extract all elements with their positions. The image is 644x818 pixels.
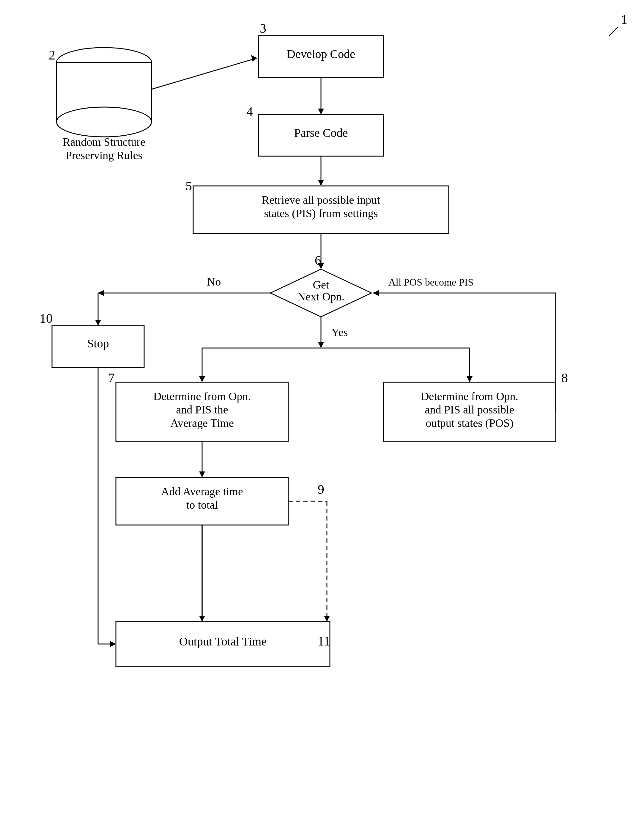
get-next-opn-label2: Next Opn. <box>297 290 345 303</box>
svg-point-3 <box>57 107 152 137</box>
ref-3: 3 <box>260 21 266 36</box>
svg-marker-29 <box>199 376 205 382</box>
det-avg-label2: and PIS the <box>176 403 228 416</box>
yes-label: Yes <box>331 326 348 338</box>
svg-marker-52 <box>199 616 205 622</box>
svg-marker-40 <box>324 616 330 622</box>
det-avg-label3: Average Time <box>170 417 234 429</box>
svg-marker-23 <box>95 320 101 326</box>
svg-marker-32 <box>466 376 472 382</box>
ref-2: 2 <box>49 48 55 63</box>
develop-code-label: Develop Code <box>287 47 355 61</box>
output-total-label: Output Total Time <box>179 635 267 648</box>
ref-7: 7 <box>108 371 115 385</box>
ref-1: 1 <box>621 12 627 27</box>
ref-9: 9 <box>318 482 324 497</box>
all-pos-label: All POS become PIS <box>388 277 474 288</box>
ref-8: 8 <box>561 371 568 385</box>
svg-line-7 <box>152 58 257 89</box>
no-label: No <box>207 275 221 288</box>
svg-marker-19 <box>373 290 379 296</box>
db-label: Random Structure <box>63 135 145 148</box>
ref-10: 10 <box>40 311 53 326</box>
ref-5: 5 <box>186 179 192 193</box>
det-pos-label1: Determine from Opn. <box>421 390 518 403</box>
db-label2: Preserving Rules <box>66 149 143 161</box>
svg-marker-36 <box>199 472 205 477</box>
det-avg-label1: Determine from Opn. <box>153 390 251 403</box>
det-pos-label2: and PIS all possible <box>425 403 514 416</box>
svg-line-0 <box>609 27 618 36</box>
ref-4: 4 <box>246 105 253 119</box>
svg-marker-13 <box>318 180 324 186</box>
retrieve-pis-label1: Retrieve all possible input <box>262 194 380 206</box>
parse-code-label: Parse Code <box>294 126 348 140</box>
svg-marker-50 <box>110 641 116 647</box>
add-avg-label1: Add Average time <box>161 485 243 498</box>
ref-6: 6 <box>315 253 321 268</box>
svg-marker-10 <box>318 109 324 115</box>
diagram-container: 1 2 Random Structure Preserving Rules De… <box>0 0 644 818</box>
add-avg-label2: to total <box>186 498 218 511</box>
ref-11: 11 <box>318 634 330 649</box>
stop-label: Stop <box>87 337 109 350</box>
svg-marker-8 <box>251 55 257 62</box>
svg-marker-21 <box>98 290 104 296</box>
svg-marker-26 <box>318 342 324 348</box>
get-next-opn-label1: Get <box>313 278 329 291</box>
retrieve-pis-label2: states (PIS) from settings <box>264 207 378 220</box>
det-pos-label3: output states (POS) <box>426 417 514 429</box>
